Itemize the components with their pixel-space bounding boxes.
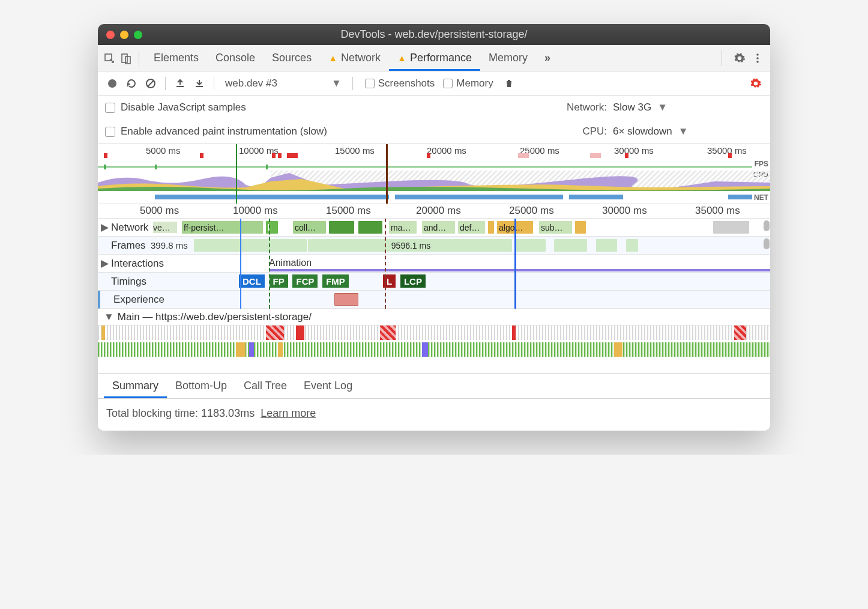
warning-icon: ▲	[328, 53, 337, 63]
network-lane[interactable]: ▶ Network ve… ff-persist… l coll… ma… an…	[98, 219, 770, 237]
dtab-bottom-up[interactable]: Bottom-Up	[167, 374, 235, 398]
scroll-thumb[interactable]	[764, 220, 770, 231]
cpu-throttle-select[interactable]: 6× slowdown▼	[613, 126, 697, 138]
detail-tabs: Summary Bottom-Up Call Tree Event Log	[98, 374, 770, 399]
collapse-icon[interactable]: ▼	[104, 311, 114, 323]
warning-icon: ▲	[397, 53, 406, 63]
svg-point-3	[756, 53, 759, 56]
chevron-down-icon: ▼	[678, 126, 689, 138]
main-thread-header[interactable]: ▼ Main — https://web.dev/persistent-stor…	[98, 309, 770, 326]
dtab-summary[interactable]: Summary	[104, 374, 167, 398]
tab-network[interactable]: ▲Network	[320, 45, 389, 71]
cpu-label: CPU:	[582, 126, 607, 138]
experience-lane[interactable]: Experience	[98, 291, 770, 309]
device-toggle-icon[interactable]	[119, 52, 133, 64]
svg-rect-9	[196, 86, 203, 87]
recording-select[interactable]: web.dev #3▼	[220, 76, 346, 91]
capture-settings-gear-icon[interactable]	[747, 75, 764, 92]
timing-chips: DCL FP FCP FMP	[239, 274, 351, 288]
flame-chart[interactable]	[98, 326, 770, 374]
memory-checkbox[interactable]: Memory	[443, 77, 493, 89]
clear-button[interactable]	[142, 75, 159, 92]
reload-button[interactable]	[123, 75, 140, 92]
learn-more-link[interactable]: Learn more	[261, 407, 316, 419]
load-profile-button[interactable]	[172, 75, 188, 92]
tab-performance[interactable]: ▲Performance	[389, 45, 480, 71]
net-lane-label: NET	[754, 193, 768, 202]
cpu-area	[98, 171, 770, 191]
inspect-icon[interactable]	[103, 52, 116, 64]
dtab-call-tree[interactable]: Call Tree	[235, 374, 295, 398]
record-button[interactable]	[104, 75, 121, 92]
chevron-down-icon: ▼	[657, 102, 668, 114]
kebab-icon[interactable]	[751, 53, 764, 64]
tab-overflow[interactable]: »	[536, 45, 559, 71]
svg-rect-1	[122, 54, 127, 62]
interactions-lane[interactable]: ▶ Interactions Animation	[98, 255, 770, 273]
maximize-icon[interactable]	[134, 31, 142, 39]
devtools-window: DevTools - web.dev/persistent-storage/ E…	[98, 24, 770, 431]
svg-point-5	[756, 61, 759, 63]
minimize-icon[interactable]	[120, 31, 128, 39]
main-tabbar: Elements Console Sources ▲Network ▲Perfo…	[98, 45, 770, 71]
screenshots-checkbox[interactable]: Screenshots	[365, 77, 435, 89]
svg-rect-8	[176, 86, 184, 87]
svg-rect-15	[266, 165, 268, 169]
titlebar: DevTools - web.dev/persistent-storage/	[98, 24, 770, 45]
traffic-lights	[106, 31, 142, 39]
svg-point-6	[108, 79, 116, 88]
expand-icon[interactable]: ▶	[98, 257, 111, 270]
chevron-down-icon: ▼	[331, 77, 342, 89]
svg-point-4	[756, 57, 759, 59]
network-label: Network:	[567, 102, 607, 114]
trash-button[interactable]	[501, 75, 517, 92]
enable-paint-checkbox[interactable]: Enable advanced paint instrumentation (s…	[105, 126, 327, 138]
close-icon[interactable]	[106, 31, 115, 39]
tab-elements[interactable]: Elements	[145, 45, 207, 71]
perf-toolbar: web.dev #3▼ Screenshots Memory	[98, 71, 770, 95]
frames-lane[interactable]: Frames 399.8 ms 9596.1 ms	[98, 237, 770, 255]
timings-lane[interactable]: Timings DCL FP FCP FMP L LCP	[98, 273, 770, 291]
gear-icon[interactable]	[733, 52, 746, 64]
svg-rect-14	[155, 165, 157, 169]
tab-memory[interactable]: Memory	[480, 45, 536, 71]
dtab-event-log[interactable]: Event Log	[295, 374, 361, 398]
scroll-thumb[interactable]	[764, 238, 770, 249]
blocking-time-label: Total blocking time:	[106, 407, 201, 419]
tab-console[interactable]: Console	[207, 45, 264, 71]
timeline-ruler[interactable]: 5000 ms 10000 ms 15000 ms 20000 ms 25000…	[98, 204, 770, 219]
blocking-time-value: 1183.03ms	[201, 407, 255, 419]
window-title: DevTools - web.dev/persistent-storage/	[98, 28, 770, 41]
svg-rect-13	[104, 165, 106, 169]
network-throttle-select[interactable]: Slow 3G▼	[613, 102, 697, 114]
summary-panel: Total blocking time: 1183.03ms Learn mor…	[98, 399, 770, 431]
disable-js-checkbox[interactable]: Disable JavaScript samples	[105, 102, 246, 114]
expand-icon[interactable]: ▶	[98, 221, 111, 234]
tab-sources[interactable]: Sources	[264, 45, 320, 71]
save-profile-button[interactable]	[191, 75, 208, 92]
capture-settings: Disable JavaScript samples Network: Slow…	[98, 95, 770, 144]
overview-minimap[interactable]: 5000 ms 10000 ms 15000 ms 20000 ms 25000…	[98, 144, 770, 204]
